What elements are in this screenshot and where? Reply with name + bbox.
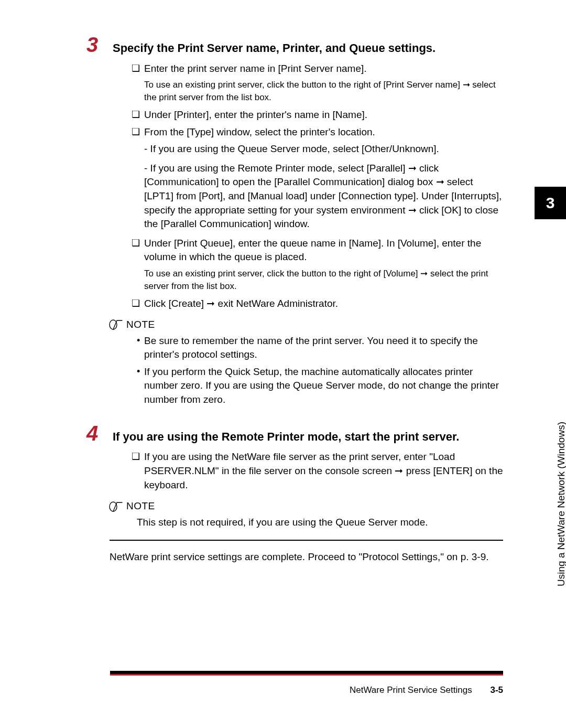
sub-instruction: To use an existing print server, click t… <box>113 267 503 293</box>
sub-instruction: To use an existing print server, click t… <box>113 79 503 104</box>
step-4: 4 If you are using the Remote Printer mo… <box>113 423 503 530</box>
note-icon <box>108 319 123 330</box>
checklist-item: Under [Print Queue], enter the queue nam… <box>113 237 503 264</box>
footer-bar <box>110 671 503 676</box>
step-title: If you are using the Remote Printer mode… <box>113 429 459 445</box>
step-3: 3 Specify the Print Server name, Printer… <box>113 34 503 407</box>
page-number: 3-5 <box>490 685 503 695</box>
checklist-item: If you are using the NetWare file server… <box>113 450 503 492</box>
note-header: NOTE <box>108 318 503 332</box>
svg-point-0 <box>110 320 117 329</box>
chapter-number: 3 <box>546 192 555 214</box>
step-header: 3 Specify the Print Server name, Printer… <box>86 34 503 57</box>
note-bullet: If you perform the Quick Setup, the mach… <box>113 365 503 407</box>
checklist-item: From the [Type] window, select the print… <box>113 125 503 140</box>
note-label: NOTE <box>126 499 155 513</box>
footer-section: NetWare Print Service Settings <box>350 685 472 695</box>
svg-point-1 <box>110 502 117 511</box>
chapter-tab: 3 <box>535 187 566 219</box>
checklist-item: Under [Printer], enter the printer's nam… <box>113 108 503 122</box>
step-header: 4 If you are using the Remote Printer mo… <box>86 423 503 445</box>
footer: NetWare Print Service Settings 3-5 <box>350 684 503 697</box>
chapter-side-label: Using a NetWare Network (Windows) <box>554 422 566 586</box>
document-page: 3 Using a NetWare Network (Windows) 3 Sp… <box>0 0 566 728</box>
divider <box>110 540 503 541</box>
closing-text: NetWare print service settings are compl… <box>110 550 503 564</box>
note-label: NOTE <box>126 318 155 332</box>
checklist-item: Click [Create] ➞ exit NetWare Administra… <box>113 297 503 311</box>
step-number: 4 <box>86 423 113 444</box>
step-number: 3 <box>86 34 113 55</box>
note-text: This step is not required, if you are us… <box>113 516 503 530</box>
note-header: NOTE <box>108 499 503 513</box>
checklist-item: Enter the print server name in [Print Se… <box>113 62 503 76</box>
step-title: Specify the Print Server name, Printer, … <box>113 40 436 57</box>
note-bullet: Be sure to remember the name of the prin… <box>113 334 503 362</box>
dash-subitem: - If you are using the Remote Printer mo… <box>113 162 503 231</box>
note-icon <box>108 501 123 512</box>
dash-subitem: - If you are using the Queue Server mode… <box>113 142 503 156</box>
